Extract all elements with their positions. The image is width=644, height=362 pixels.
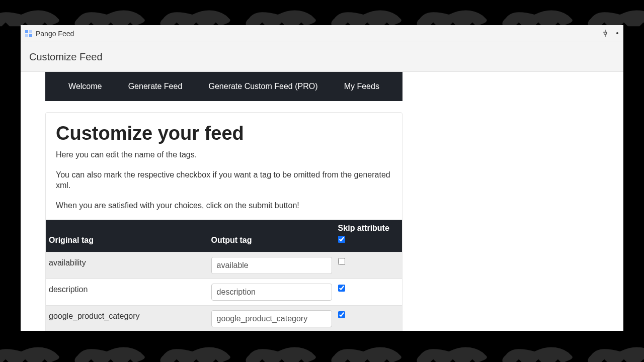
main-card: Customize your feed Here you can edit th… [45,112,403,331]
svg-rect-0 [25,30,28,33]
table-row: description [46,279,402,306]
pin-icon[interactable] [601,29,609,37]
table-row: availability [46,252,402,279]
output-tag-cell [208,279,335,306]
tabbar: Welcome Generate Feed Generate Custom Fe… [45,72,403,101]
original-tag-cell: description [46,279,208,306]
svg-rect-3 [29,34,32,37]
skip-cell [335,306,402,331]
tag-table: Original tag Output tag Skip attribute a… [46,220,402,331]
skip-checkbox[interactable] [338,258,345,265]
page-header: Customize Feed [21,42,623,72]
th-output-tag: Output tag [208,220,335,252]
tab-welcome[interactable]: Welcome [63,82,107,91]
card-paragraph: When you are satisfied with your choices… [56,200,392,211]
menu-dot-icon[interactable] [616,32,618,34]
app-icon [25,30,33,38]
output-tag-input[interactable] [211,284,332,301]
skip-all-checkbox[interactable] [338,236,345,243]
content-area: Welcome Generate Feed Generate Custom Fe… [21,72,623,331]
skip-cell [335,279,402,306]
card-heading: Customize your feed [56,123,392,144]
output-tag-input[interactable] [211,310,332,327]
svg-rect-2 [25,34,28,37]
table-row: google_product_category [46,306,402,331]
card-paragraph: You can also mark the respective checkbo… [56,169,392,191]
original-tag-cell: google_product_category [46,306,208,331]
th-original-tag: Original tag [46,220,208,252]
titlebar: Pango Feed [21,25,623,42]
card-paragraph: Here you can edit the name of the tags. [56,149,392,160]
skip-cell [335,252,402,279]
app-title: Pango Feed [36,30,74,38]
skip-checkbox[interactable] [338,285,345,292]
original-tag-cell: availability [46,252,208,279]
page-title: Customize Feed [29,51,103,63]
th-skip-attribute: Skip attribute [335,220,402,252]
th-skip-label: Skip attribute [338,224,399,233]
app-window: Pango Feed Customize Feed Welcome Genera… [21,25,623,331]
tab-generate-custom-feed-pro[interactable]: Generate Custom Feed (PRO) [203,82,323,91]
tab-generate-feed[interactable]: Generate Feed [123,82,188,91]
tab-my-feeds[interactable]: My Feeds [339,82,384,91]
skip-checkbox[interactable] [338,311,345,318]
output-tag-input[interactable] [211,257,332,274]
output-tag-cell [208,306,335,331]
output-tag-cell [208,252,335,279]
svg-rect-1 [29,30,32,33]
